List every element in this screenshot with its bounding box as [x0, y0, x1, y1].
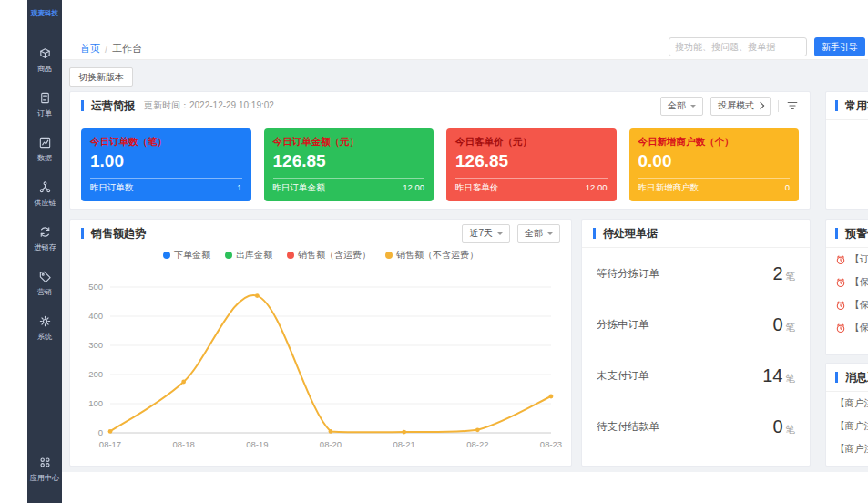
briefing-scope-select[interactable]: 全部: [660, 97, 703, 116]
breadcrumb-current: 工作台: [112, 42, 142, 56]
pending-docs-title: 待处理单据: [603, 226, 658, 241]
pending-row-unit: 笔: [786, 373, 796, 385]
breadcrumb-separator: /: [105, 44, 107, 55]
warning-item[interactable]: 【保质期】: [826, 271, 868, 293]
notification-item-label: 【商户注册】: [835, 443, 868, 456]
warning-item[interactable]: 【订单】: [826, 248, 868, 271]
pending-row-label: 未支付订单: [597, 369, 649, 383]
panel-accent-bar: [81, 100, 84, 111]
sidebar: 观麦科技 商品 订单 数据 供应链 进销存 营销 系统: [27, 0, 62, 503]
alarm-icon: [835, 323, 846, 334]
stat-card-sub-label: 昨日订单金额: [273, 182, 325, 194]
warnings-header: 预警信息: [826, 220, 868, 248]
notification-item[interactable]: 【商户注册】: [826, 392, 868, 415]
notification-item[interactable]: 【商户注册】: [826, 437, 868, 460]
trend-scope-select[interactable]: 全部: [517, 224, 560, 243]
order-document-icon: [38, 91, 52, 105]
trend-range-select[interactable]: 近7天: [462, 224, 510, 243]
sidebar-item-data[interactable]: 数据: [27, 128, 62, 172]
sidebar-item-supply-chain[interactable]: 供应链: [27, 172, 62, 217]
stat-card-sub-value: 12.00: [403, 182, 424, 194]
notifications-title: 消息通知: [845, 370, 868, 385]
warning-item-label: 【订单】: [850, 253, 868, 266]
app-center-grid-icon: [38, 456, 52, 469]
legend-label: 销售额（含运费）: [298, 249, 371, 262]
newbie-guide-button[interactable]: 新手引导: [814, 37, 865, 56]
svg-text:0: 0: [98, 427, 103, 437]
legend-label: 销售额（不含运费）: [396, 249, 478, 262]
brand-logo: 观麦科技: [31, 8, 58, 17]
legend-item-sales-with-shipping[interactable]: 销售额（含运费）: [287, 249, 371, 262]
svg-text:08-17: 08-17: [99, 439, 121, 449]
trend-range-value: 近7天: [469, 227, 493, 240]
sidebar-item-marketing[interactable]: 营销: [27, 262, 62, 306]
pending-row-value: 0: [772, 314, 782, 335]
legend-dot: [225, 252, 232, 259]
legend-label: 出库金额: [236, 249, 272, 262]
panel-accent-bar: [835, 228, 838, 239]
notification-item[interactable]: 【商户注册】: [826, 415, 868, 437]
panel-accent-bar: [835, 372, 838, 383]
legend-dot: [163, 252, 170, 259]
svg-text:08-21: 08-21: [393, 439, 415, 449]
sidebar-item-app-center[interactable]: 应用中心: [27, 447, 62, 492]
stat-card-sub-label: 昨日客单价: [455, 182, 499, 194]
legend-item-order-amount[interactable]: 下单金额: [163, 249, 210, 262]
pending-row-value: 2: [772, 263, 782, 284]
stat-card-sub-value: 1: [237, 182, 241, 194]
global-search: [669, 37, 807, 56]
stat-card-new-merchants: 今日新增商户数（个） 0.00 昨日新增商户数 0: [629, 128, 800, 201]
breadcrumb: 首页 / 工作台: [80, 42, 142, 56]
sidebar-item-label: 供应链: [34, 198, 56, 209]
stat-card-today-orders: 今日订单数（笔） 1.00 昨日订单数 1: [81, 128, 251, 201]
briefing-scope-value: 全部: [668, 99, 686, 112]
stat-card-sub-value: 0: [785, 182, 790, 194]
search-input[interactable]: [669, 42, 801, 52]
stat-card-title: 今日客单价（元）: [455, 136, 608, 149]
warning-item[interactable]: 【保质期】: [826, 316, 868, 339]
pending-row-unpaid-orders[interactable]: 未支付订单 14笔: [582, 350, 810, 401]
common-functions-header: 常用功能: [826, 92, 868, 120]
stat-card-value: 1.00: [90, 151, 242, 171]
notification-item-label: 【商户注册】: [835, 466, 868, 467]
svg-text:08-19: 08-19: [246, 439, 268, 449]
stat-card-sub-label: 昨日新增商户数: [638, 182, 700, 194]
alarm-icon: [835, 277, 846, 288]
svg-text:200: 200: [88, 369, 103, 379]
screen-mode-button[interactable]: 投屏模式: [710, 97, 771, 116]
breadcrumb-home-link[interactable]: 首页: [80, 42, 100, 56]
trend-scope-value: 全部: [525, 227, 543, 240]
pending-row-awaiting-settlement[interactable]: 待支付结款单 0笔: [582, 401, 810, 452]
sales-trend-panel: 销售额趋势 近7天 全部 下单金额 出库金额: [69, 219, 572, 467]
switch-version-button[interactable]: 切换新版本: [69, 67, 133, 87]
notification-item[interactable]: 【商户注册】: [826, 460, 868, 467]
sidebar-item-goods[interactable]: 商品: [27, 38, 62, 83]
briefing-title: 运营简报: [91, 98, 135, 114]
svg-text:100: 100: [88, 398, 103, 408]
stat-card-value: 126.85: [455, 151, 608, 171]
pending-row-sorting[interactable]: 分拣中订单 0笔: [582, 299, 810, 350]
notifications-header: 消息通知: [826, 364, 868, 392]
stat-card-avg-order-value: 今日客单价（元） 126.85 昨日客单价 12.00: [446, 128, 617, 201]
panel-accent-bar: [835, 100, 838, 111]
panel-accent-bar: [593, 228, 596, 239]
legend-item-sales-without-shipping[interactable]: 销售额（不含运费）: [385, 249, 478, 262]
alarm-icon: [835, 254, 846, 265]
sidebar-item-system[interactable]: 系统: [27, 306, 62, 351]
briefing-panel: 运营简报 更新时间：2022-12-29 10:19:02 全部 投屏模式 今: [69, 91, 811, 210]
filter-icon[interactable]: [786, 99, 799, 112]
legend-item-outbound-amount[interactable]: 出库金额: [225, 249, 272, 262]
sales-trend-line-chart: 010020030040050008-1708-1808-1908-2008-2…: [76, 276, 566, 458]
sidebar-item-label: 营销: [37, 287, 52, 298]
sidebar-item-orders[interactable]: 订单: [27, 83, 62, 128]
warning-item[interactable]: 【保质期】: [826, 293, 868, 316]
warning-item-label: 【保质期】: [850, 299, 868, 312]
common-functions-panel: 常用功能: [825, 91, 868, 210]
sidebar-item-inventory[interactable]: 进销存: [27, 217, 62, 262]
pending-row-awaiting-sorting[interactable]: 等待分拣订单 2笔: [582, 248, 810, 299]
warning-item-label: 【保质期】: [850, 276, 868, 289]
caret-down-icon: [497, 232, 503, 238]
caret-down-icon: [690, 105, 696, 110]
inventory-cycle-icon: [38, 225, 52, 239]
alarm-icon: [835, 300, 846, 311]
